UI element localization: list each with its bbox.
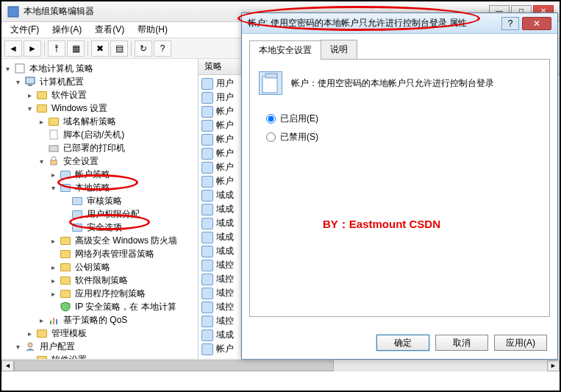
tree-icon: ▦ [72,43,80,54]
expand-icon[interactable]: ▾ [37,157,46,165]
tree-pane[interactable]: ▾ 本地计算机 策略 ▾ 计算机配置 ▸ 软件设置 ▾ Windows 设置 ▸ [1,59,199,359]
tree-software-settings2[interactable]: ▸ 软件设置 [1,353,198,359]
tab-local-security[interactable]: 本地安全设置 [249,40,321,60]
policy-item-icon [201,218,213,229]
expand-icon[interactable]: ▸ [25,91,34,99]
tree-dns-policy[interactable]: ▸ 域名解析策略 [1,115,198,128]
tree-label: 软件限制策略 [74,274,129,288]
expand-icon[interactable]: ▸ [25,329,34,338]
radio-enabled[interactable]: 已启用(E) [266,113,540,125]
forward-button[interactable]: ► [24,40,41,57]
policy-item-icon [201,78,213,90]
expand-icon[interactable]: ▸ [49,171,57,179]
tree-label: 软件设置 [50,88,88,102]
policy-name: 帐户：使用空密码的本地帐户只允许进行控制台登录 [291,77,494,90]
policy-item-icon [201,232,213,243]
up-button[interactable]: ⭱ [48,40,65,57]
tree-label: 高级安全 Windows 防火墙 [74,234,179,248]
back-button[interactable]: ◄ [4,40,22,57]
refresh-button[interactable]: ↻ [135,40,152,57]
tree-deployed-printers[interactable]: 已部署的打印机 [1,141,198,154]
policy-item-icon [201,134,213,146]
list-item-label: 帐户 [216,119,234,132]
tree-windows-settings[interactable]: ▾ Windows 设置 [1,101,198,115]
tree-root[interactable]: ▾ 本地计算机 策略 [1,62,198,75]
menu-file[interactable]: 文件(F) [4,22,45,38]
expand-icon[interactable]: ▸ [25,356,34,360]
tree-public-key[interactable]: ▸ 公钥策略 [1,260,198,274]
tree-admin-templates[interactable]: ▸ 管理模板 [1,327,198,340]
tree-netlist-mgr[interactable]: 网络列表管理器策略 [1,247,198,260]
tree-audit-policy[interactable]: 审核策略 [1,194,198,207]
folder-up-icon: ⭱ [52,43,61,54]
tree-qos[interactable]: ▸ 基于策略的 QoS [1,313,198,327]
expand-icon[interactable]: ▸ [37,118,46,126]
scroll-left-button[interactable]: ◄ [1,360,14,371]
list-item-label: 域控 [216,287,234,299]
expand-icon[interactable]: ▾ [3,65,12,73]
menu-help[interactable]: 帮助(H) [132,22,174,38]
tab-explain[interactable]: 说明 [321,40,357,59]
scroll-right-button[interactable]: ► [547,360,560,371]
properties-button[interactable]: ▤ [110,40,128,57]
lock-icon [48,155,60,167]
h-scrollbar[interactable]: ◄ ► [1,359,560,371]
expand-icon[interactable]: ▾ [49,184,57,192]
scroll-thumb[interactable] [14,360,334,371]
expand-icon[interactable]: ▾ [13,343,22,351]
radio-enabled-input[interactable] [266,114,276,124]
expand-icon[interactable]: ▾ [13,78,22,86]
script-icon [48,129,60,140]
ok-button[interactable]: 确定 [376,335,429,351]
policy-icon [259,71,282,95]
policy-item-icon [201,288,213,299]
cancel-button[interactable]: 取消 [435,335,488,351]
tree-adv-firewall[interactable]: ▸ 高级安全 Windows 防火墙 [1,234,198,247]
svg-rect-0 [8,7,18,17]
help-button[interactable]: ? [154,40,171,57]
folder-icon [48,115,60,127]
dialog-close-button[interactable]: ✕ [522,17,551,30]
tree-ip-security[interactable]: IP 安全策略，在 本地计算 [1,300,198,313]
menu-view[interactable]: 查看(V) [89,22,130,38]
expand-icon[interactable]: ▾ [25,104,34,113]
tree-app-control[interactable]: ▸ 应用程序控制策略 [1,287,198,300]
tree-scripts[interactable]: 脚本(启动/关机) [1,128,198,141]
policy-item-icon [201,343,213,355]
tree-security-options[interactable]: 安全选项 [1,221,198,234]
expand-icon[interactable]: ▸ [49,263,57,271]
policy-item-icon [201,204,213,215]
delete-button[interactable]: ✖ [91,40,109,57]
dialog-help-button[interactable]: ? [501,17,519,30]
expand-icon[interactable]: ▸ [37,316,46,324]
tree-label: 软件设置 [50,353,88,360]
apply-button[interactable]: 应用(A) [494,335,547,351]
expand-icon[interactable]: ▸ [49,290,57,298]
tree-user-config[interactable]: ▾ 用户配置 [1,340,198,353]
list-item-label: 帐户 [216,343,234,355]
tree-security-settings[interactable]: ▾ 安全设置 [1,154,198,168]
policy-item-icon [201,120,213,132]
expand-icon[interactable]: ▸ [49,237,57,245]
expand-icon[interactable]: ▸ [49,277,57,285]
tree-computer-config[interactable]: ▾ 计算机配置 [1,75,198,88]
tree-software-restrict[interactable]: ▸ 软件限制策略 [1,274,198,287]
tree-user-rights[interactable]: 用户权限分配 [1,207,198,221]
tree-label: 域名解析策略 [62,115,118,129]
menu-action[interactable]: 操作(A) [46,22,87,38]
refresh-icon: ↻ [140,43,147,54]
list-item-label: 用户 [216,77,234,90]
folder-icon [36,89,48,101]
list-item-label: 域成 [216,329,234,341]
tree-label: 基于策略的 QoS [62,313,129,327]
tree-software-settings[interactable]: ▸ 软件设置 [1,88,198,101]
tree-label: 计算机配置 [38,75,85,89]
radio-disabled-input[interactable] [266,132,276,142]
scroll-track[interactable] [14,360,547,371]
radio-disabled[interactable]: 已禁用(S) [266,131,540,143]
tree-account-policy[interactable]: ▸ 帐户策略 [1,168,198,181]
svg-rect-2 [26,77,35,84]
show-hide-button[interactable]: ▦ [67,40,85,57]
svg-rect-3 [28,85,32,86]
tree-local-policy[interactable]: ▾ 本地策略 [1,181,198,194]
